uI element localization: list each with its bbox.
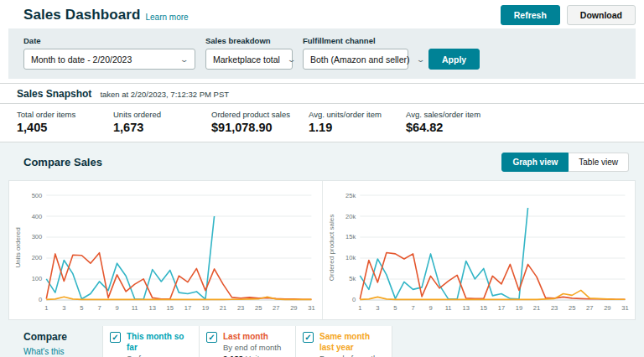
- chart-svg: 05k10k15k20k25k1357911131517192123252729…: [326, 184, 634, 319]
- stat-value: $91,078.90: [211, 121, 300, 134]
- svg-text:21: 21: [220, 304, 226, 312]
- svg-text:31: 31: [308, 304, 314, 312]
- svg-text:29: 29: [290, 304, 297, 312]
- svg-text:25: 25: [255, 304, 262, 312]
- legend-units: 2,133 Units: [223, 353, 281, 357]
- svg-text:25k: 25k: [345, 192, 356, 199]
- svg-text:27: 27: [586, 304, 593, 312]
- svg-text:29: 29: [604, 304, 610, 312]
- svg-text:19: 19: [202, 304, 209, 312]
- compare-sales-section: Compare Sales Graph view Table view 0100…: [0, 142, 644, 357]
- svg-text:500: 500: [32, 192, 43, 199]
- compare-sales-title: Compare Sales: [23, 156, 102, 168]
- whats-this-link[interactable]: What's this: [23, 347, 102, 356]
- svg-text:21: 21: [532, 304, 539, 312]
- svg-text:100: 100: [32, 275, 43, 282]
- stat-total-order-items: Total order items 1,405: [17, 110, 113, 134]
- legend-period: By end of month: [319, 353, 387, 357]
- date-label: Date: [23, 36, 195, 45]
- svg-text:10k: 10k: [345, 254, 356, 261]
- svg-text:31: 31: [621, 304, 628, 312]
- sales-breakdown-filter-group: Sales breakdown Marketplace total ⌄: [205, 36, 293, 70]
- sales-snapshot-bar: Sales Snapshot taken at 2/20/2023, 7:12:…: [0, 83, 644, 104]
- svg-text:9: 9: [428, 304, 432, 312]
- stat-label: Ordered product sales: [211, 110, 300, 119]
- svg-text:200: 200: [32, 254, 43, 261]
- svg-text:1: 1: [44, 304, 48, 312]
- page-title: Sales Dashboard: [23, 7, 140, 23]
- stat-avg-units-per-order: Avg. units/order item 1.19: [309, 110, 406, 134]
- legend-item-this-month: ✓ This month so far So far 1,673 Units $…: [103, 326, 200, 357]
- stat-label: Avg. sales/order item: [406, 110, 480, 119]
- sales-snapshot-title: Sales Snapshot: [17, 88, 91, 100]
- stat-value: 1.19: [309, 121, 397, 134]
- legend-cells: ✓ This month so far So far 1,673 Units $…: [102, 326, 392, 357]
- legend-title: Last month: [223, 331, 281, 342]
- last-month-checkbox[interactable]: ✓: [206, 332, 217, 343]
- svg-text:20k: 20k: [345, 213, 356, 220]
- stat-units-ordered: Units ordered 1,673: [113, 110, 211, 134]
- svg-text:27: 27: [273, 304, 279, 312]
- legend-period: By end of month: [223, 342, 281, 353]
- date-filter-group: Date Month to date - 2/20/2023 ⌄: [23, 36, 195, 70]
- filter-panel: Date Month to date - 2/20/2023 ⌄ Sales b…: [8, 28, 636, 79]
- svg-text:3: 3: [376, 304, 379, 312]
- svg-text:7: 7: [411, 304, 414, 312]
- svg-text:300: 300: [32, 233, 43, 241]
- svg-text:9: 9: [115, 304, 118, 312]
- svg-text:Units ordered: Units ordered: [14, 227, 22, 267]
- svg-text:17: 17: [184, 304, 191, 312]
- refresh-button[interactable]: Refresh: [501, 5, 560, 25]
- sales-breakdown-select[interactable]: Marketplace total ⌄: [205, 49, 293, 70]
- this-month-checkbox[interactable]: ✓: [110, 332, 121, 343]
- stat-value: $64.82: [406, 121, 480, 134]
- fulfillment-channel-label: Fulfillment channel: [303, 36, 408, 45]
- fulfillment-channel-select-value: Both (Amazon and seller): [310, 54, 409, 65]
- sales-breakdown-label: Sales breakdown: [205, 36, 293, 45]
- chevron-down-icon: ⌄: [417, 55, 426, 64]
- svg-text:25: 25: [568, 304, 574, 312]
- tab-table-view[interactable]: Table view: [569, 153, 629, 172]
- date-select[interactable]: Month to date - 2/20/2023 ⌄: [23, 49, 195, 70]
- svg-text:11: 11: [132, 304, 138, 312]
- svg-text:0: 0: [39, 296, 42, 303]
- legend-item-same-month-last-year: ✓ Same month last year By end of month 5…: [296, 326, 392, 357]
- svg-text:23: 23: [550, 304, 557, 312]
- stat-avg-sales-per-order: Avg. sales/order item $64.82: [406, 110, 489, 134]
- compare-block: Compare What's this: [8, 326, 102, 357]
- stat-label: Avg. units/order item: [309, 110, 397, 119]
- stat-value: 1,405: [17, 121, 105, 134]
- fulfillment-channel-select[interactable]: Both (Amazon and seller) ⌄: [303, 49, 408, 70]
- svg-text:15: 15: [480, 304, 486, 312]
- legend-title: Same month last year: [319, 331, 387, 353]
- tab-graph-view[interactable]: Graph view: [501, 153, 569, 172]
- stat-label: Units ordered: [113, 110, 203, 119]
- legend-period: So far: [127, 353, 194, 357]
- apply-button[interactable]: Apply: [428, 49, 480, 70]
- svg-text:5: 5: [393, 304, 397, 312]
- stat-label: Total order items: [17, 110, 105, 119]
- date-select-value: Month to date - 2/20/2023: [31, 54, 173, 65]
- legend-title: This month so far: [127, 331, 194, 353]
- chart-svg: 0100200300400500135791113151719212325272…: [13, 184, 320, 319]
- sales-breakdown-select-value: Marketplace total: [213, 54, 280, 65]
- svg-text:19: 19: [515, 304, 522, 312]
- svg-text:13: 13: [462, 304, 469, 312]
- svg-text:23: 23: [237, 304, 244, 312]
- learn-more-link[interactable]: Learn more: [145, 13, 188, 22]
- stat-value: 1,673: [113, 121, 203, 134]
- svg-text:15: 15: [167, 304, 174, 312]
- same-month-last-year-checkbox[interactable]: ✓: [303, 332, 314, 343]
- svg-text:15k: 15k: [345, 233, 356, 241]
- chevron-down-icon: ⌄: [180, 55, 190, 64]
- download-button[interactable]: Download: [567, 5, 636, 25]
- charts-panel: 0100200300400500135791113151719212325272…: [8, 180, 636, 320]
- svg-text:13: 13: [149, 304, 156, 312]
- legend-item-last-month: ✓ Last month By end of month 2,133 Units…: [200, 326, 296, 357]
- chevron-down-icon: ⌄: [287, 55, 296, 64]
- svg-text:5k: 5k: [349, 275, 356, 282]
- compare-legend-row: Compare What's this ✓ This month so far …: [8, 326, 636, 357]
- page-header: Sales Dashboard Learn more Refresh Downl…: [0, 0, 644, 27]
- sales-snapshot-timestamp: taken at 2/20/2023, 7:12:32 PM PST: [100, 90, 229, 99]
- stat-ordered-product-sales: Ordered product sales $91,078.90: [211, 110, 309, 134]
